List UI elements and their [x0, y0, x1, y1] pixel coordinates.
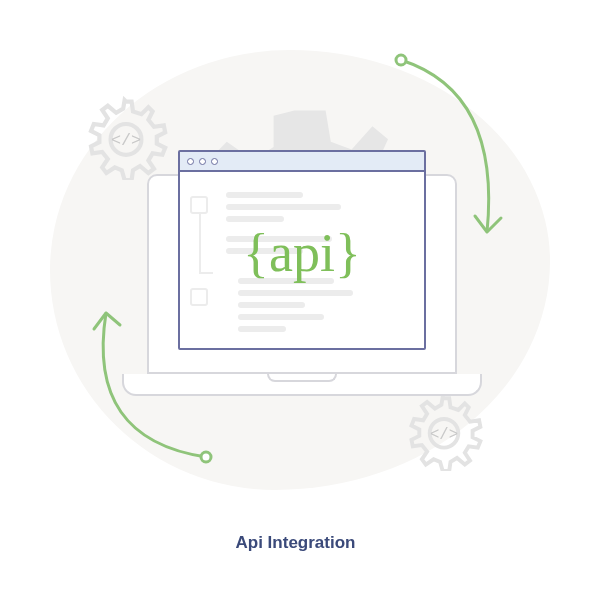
browser-body: {api}: [180, 172, 424, 348]
browser-window: {api}: [178, 150, 426, 350]
gear-small-bottom-icon: </>: [405, 393, 483, 471]
code-glyph: </>: [111, 131, 141, 150]
svg-point-4: [201, 452, 211, 462]
gear-small-top-icon: </>: [84, 96, 168, 180]
illustration-stage: </> </>: [0, 0, 591, 591]
browser-titlebar: [180, 152, 424, 172]
svg-point-3: [396, 55, 406, 65]
api-label: {api}: [243, 222, 361, 284]
window-dot-icon: [187, 158, 194, 165]
caption-text: Api Integration: [0, 533, 591, 553]
window-dot-icon: [199, 158, 206, 165]
window-dot-icon: [211, 158, 218, 165]
code-glyph: </>: [430, 426, 458, 444]
